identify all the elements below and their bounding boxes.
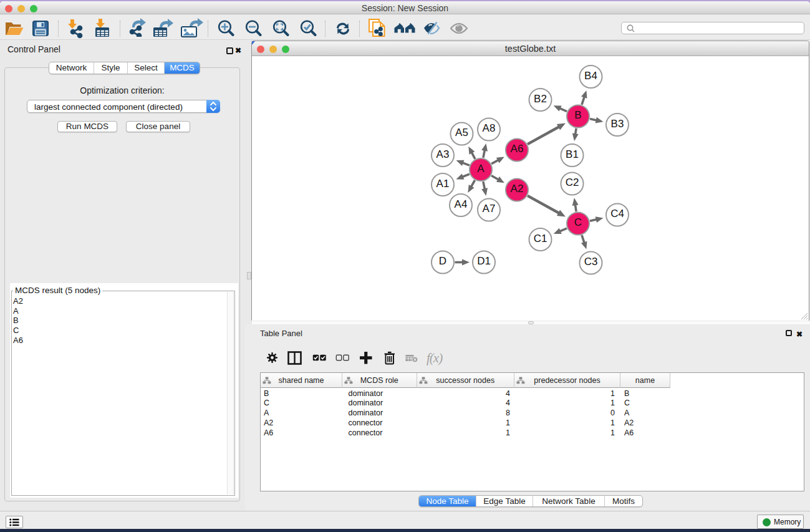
svg-text:A6: A6 bbox=[511, 143, 524, 155]
svg-text:A5: A5 bbox=[455, 127, 468, 138]
svg-text:A1: A1 bbox=[436, 178, 450, 190]
svg-text:D: D bbox=[439, 255, 446, 267]
svg-text:B3: B3 bbox=[611, 118, 624, 130]
svg-text:A3: A3 bbox=[436, 148, 450, 160]
svg-text:C3: C3 bbox=[584, 256, 598, 268]
svg-text:A: A bbox=[477, 163, 485, 175]
svg-text:B4: B4 bbox=[584, 70, 597, 82]
svg-text:C4: C4 bbox=[610, 208, 624, 220]
svg-text:C1: C1 bbox=[534, 233, 547, 244]
svg-text:C: C bbox=[574, 216, 582, 228]
svg-text:B2: B2 bbox=[534, 93, 547, 105]
svg-text:A8: A8 bbox=[483, 122, 496, 134]
svg-text:B: B bbox=[574, 109, 581, 121]
svg-text:A2: A2 bbox=[511, 183, 524, 195]
svg-text:A4: A4 bbox=[455, 198, 468, 210]
svg-text:A7: A7 bbox=[483, 203, 496, 215]
svg-text:B1: B1 bbox=[566, 148, 579, 160]
svg-text:C2: C2 bbox=[566, 177, 579, 188]
svg-text:D1: D1 bbox=[477, 255, 491, 267]
